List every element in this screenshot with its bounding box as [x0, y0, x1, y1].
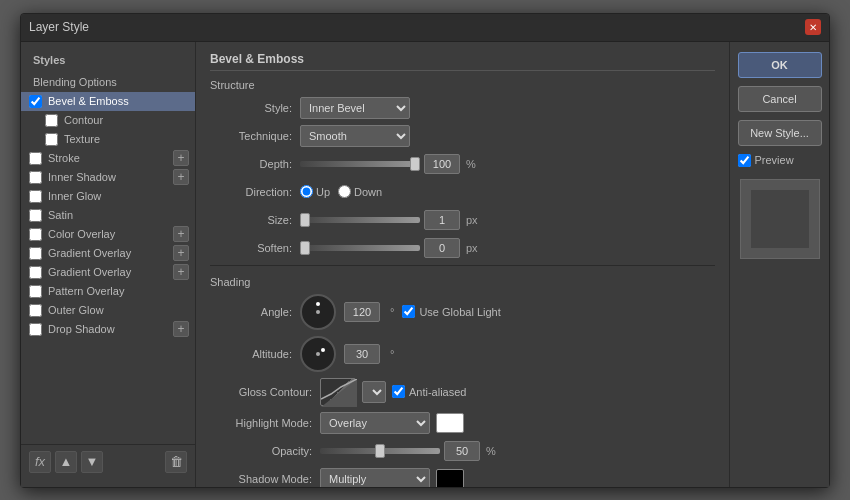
- use-global-light-label[interactable]: Use Global Light: [402, 305, 500, 318]
- direction-up-radio[interactable]: [300, 185, 313, 198]
- angle-indicator: [316, 302, 320, 306]
- shadow-mode-label: Shadow Mode:: [210, 473, 320, 485]
- subsection-structure-title: Structure: [210, 79, 715, 91]
- texture-label: Texture: [64, 133, 100, 145]
- size-input[interactable]: [424, 210, 460, 230]
- cancel-button[interactable]: Cancel: [738, 86, 822, 112]
- highlight-opacity-row: Opacity: %: [210, 440, 715, 462]
- inner-shadow-add-button[interactable]: +: [173, 169, 189, 185]
- highlight-opacity-input[interactable]: [444, 441, 480, 461]
- gradient-overlay-2-add-button[interactable]: +: [173, 264, 189, 280]
- gradient-overlay-1-add-button[interactable]: +: [173, 245, 189, 261]
- highlight-opacity-slider[interactable]: [320, 448, 440, 454]
- soften-slider-thumb[interactable]: [300, 241, 310, 255]
- satin-label: Satin: [48, 209, 73, 221]
- sidebar-item-contour[interactable]: Contour: [21, 111, 195, 130]
- move-down-button[interactable]: ▼: [81, 451, 103, 473]
- preview-row: Preview: [738, 154, 822, 167]
- gloss-contour-preview[interactable]: [320, 378, 356, 406]
- highlight-color-swatch[interactable]: [436, 413, 464, 433]
- direction-up-text: Up: [316, 186, 330, 198]
- angle-center: [316, 310, 320, 314]
- outer-glow-checkbox[interactable]: [29, 304, 42, 317]
- technique-select[interactable]: Smooth Chisel Hard Chisel Soft: [300, 125, 410, 147]
- shadow-mode-container: Multiply Normal Screen Overlay: [320, 468, 464, 487]
- contour-checkbox[interactable]: [45, 114, 58, 127]
- direction-down-radio[interactable]: [338, 185, 351, 198]
- gradient-overlay-1-checkbox[interactable]: [29, 247, 42, 260]
- inner-glow-checkbox[interactable]: [29, 190, 42, 203]
- styles-toolbar: fx ▲ ▼ 🗑: [21, 444, 195, 479]
- sidebar-item-stroke[interactable]: Stroke +: [21, 149, 195, 168]
- size-slider-container: px: [300, 210, 478, 230]
- stroke-checkbox[interactable]: [29, 152, 42, 165]
- altitude-indicator: [321, 348, 325, 352]
- sidebar-item-pattern-overlay[interactable]: Pattern Overlay: [21, 282, 195, 301]
- color-overlay-add-button[interactable]: +: [173, 226, 189, 242]
- pattern-overlay-checkbox[interactable]: [29, 285, 42, 298]
- fx-button[interactable]: fx: [29, 451, 51, 473]
- delete-button[interactable]: 🗑: [165, 451, 187, 473]
- altitude-unit: °: [390, 348, 394, 360]
- preview-checkbox[interactable]: [738, 154, 751, 167]
- sidebar-item-bevel-emboss[interactable]: Bevel & Emboss: [21, 92, 195, 111]
- drop-shadow-add-button[interactable]: +: [173, 321, 189, 337]
- svg-marker-0: [321, 379, 357, 407]
- highlight-mode-select[interactable]: Overlay Normal Screen Multiply: [320, 412, 430, 434]
- sidebar-item-inner-shadow[interactable]: Inner Shadow +: [21, 168, 195, 187]
- drop-shadow-checkbox[interactable]: [29, 323, 42, 336]
- section-bevel-emboss-title: Bevel & Emboss: [210, 52, 715, 71]
- direction-radio-group: Up Down: [300, 185, 382, 198]
- close-button[interactable]: ✕: [805, 19, 821, 35]
- inner-shadow-label: Inner Shadow: [48, 171, 116, 183]
- highlight-opacity-thumb[interactable]: [375, 444, 385, 458]
- gloss-contour-select[interactable]: ▾: [362, 381, 386, 403]
- size-slider[interactable]: [300, 217, 420, 223]
- sidebar-item-gradient-overlay-1[interactable]: Gradient Overlay +: [21, 244, 195, 263]
- satin-checkbox[interactable]: [29, 209, 42, 222]
- color-overlay-label: Color Overlay: [48, 228, 115, 240]
- gradient-overlay-2-checkbox[interactable]: [29, 266, 42, 279]
- new-style-button[interactable]: New Style...: [738, 120, 822, 146]
- move-up-button[interactable]: ▲: [55, 451, 77, 473]
- sidebar-item-drop-shadow[interactable]: Drop Shadow +: [21, 320, 195, 339]
- angle-input[interactable]: [344, 302, 380, 322]
- dialog-title: Layer Style: [29, 20, 89, 34]
- size-slider-thumb[interactable]: [300, 213, 310, 227]
- depth-slider-thumb[interactable]: [410, 157, 420, 171]
- use-global-light-checkbox[interactable]: [402, 305, 415, 318]
- texture-checkbox[interactable]: [45, 133, 58, 146]
- blending-options-item[interactable]: Blending Options: [21, 72, 195, 92]
- ok-button[interactable]: OK: [738, 52, 822, 78]
- depth-input[interactable]: [424, 154, 460, 174]
- size-unit: px: [466, 214, 478, 226]
- depth-slider[interactable]: [300, 161, 420, 167]
- altitude-dial[interactable]: [300, 336, 336, 372]
- sidebar-item-color-overlay[interactable]: Color Overlay +: [21, 225, 195, 244]
- shadow-mode-select[interactable]: Multiply Normal Screen Overlay: [320, 468, 430, 487]
- color-overlay-checkbox[interactable]: [29, 228, 42, 241]
- soften-slider[interactable]: [300, 245, 420, 251]
- sidebar-item-outer-glow[interactable]: Outer Glow: [21, 301, 195, 320]
- depth-slider-container: %: [300, 154, 476, 174]
- sidebar-item-texture[interactable]: Texture: [21, 130, 195, 149]
- shadow-color-swatch[interactable]: [436, 469, 464, 487]
- angle-dial[interactable]: [300, 294, 336, 330]
- sidebar-item-inner-glow[interactable]: Inner Glow: [21, 187, 195, 206]
- preview-inner: [750, 189, 810, 249]
- stroke-add-button[interactable]: +: [173, 150, 189, 166]
- sidebar-item-satin[interactable]: Satin: [21, 206, 195, 225]
- sidebar-item-gradient-overlay-2[interactable]: Gradient Overlay +: [21, 263, 195, 282]
- inner-shadow-checkbox[interactable]: [29, 171, 42, 184]
- style-select[interactable]: Inner Bevel Outer Bevel Emboss Pillow Em…: [300, 97, 410, 119]
- soften-input[interactable]: [424, 238, 460, 258]
- direction-down-label[interactable]: Down: [338, 185, 382, 198]
- anti-aliased-label[interactable]: Anti-aliased: [392, 385, 466, 398]
- anti-aliased-checkbox[interactable]: [392, 385, 405, 398]
- bevel-emboss-checkbox[interactable]: [29, 95, 42, 108]
- altitude-input[interactable]: [344, 344, 380, 364]
- soften-unit: px: [466, 242, 478, 254]
- highlight-opacity-label: Opacity:: [210, 445, 320, 457]
- direction-up-label[interactable]: Up: [300, 185, 330, 198]
- drop-shadow-label: Drop Shadow: [48, 323, 115, 335]
